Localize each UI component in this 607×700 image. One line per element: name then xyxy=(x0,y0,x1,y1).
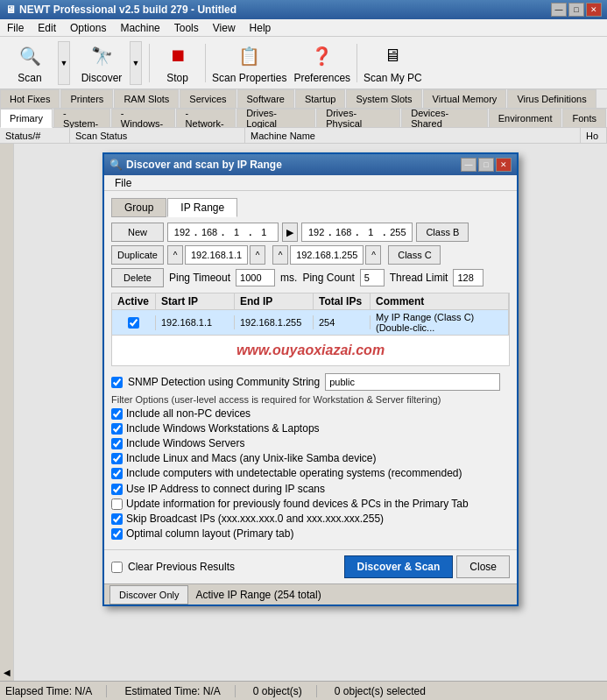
scan-my-pc-icon: 🖥 xyxy=(378,42,406,70)
tab-services[interactable]: Services xyxy=(180,89,236,108)
start-ip-field[interactable]: . . . xyxy=(167,223,279,242)
discover-scan-button[interactable]: Discover & Scan xyxy=(344,555,454,578)
menu-edit[interactable]: Edit xyxy=(31,20,63,36)
end-ip-oct1[interactable] xyxy=(306,227,327,237)
table-area: 🔍 Discover and scan by IP Range — □ ✕ xyxy=(14,144,607,681)
ip-nav-right[interactable]: ▶ xyxy=(282,223,298,242)
tab-printers[interactable]: Printers xyxy=(60,89,113,108)
class-b-button[interactable]: Class B xyxy=(416,223,469,242)
menu-file[interactable]: File xyxy=(0,20,31,36)
opt-use-ip-checkbox[interactable] xyxy=(111,484,123,495)
cell-start-ip: 192.168.1.1 xyxy=(156,315,235,329)
tab-startup[interactable]: Startup xyxy=(295,89,345,108)
prev-ip-up1[interactable]: ^ xyxy=(167,245,183,265)
dialog-minimize-btn[interactable]: — xyxy=(461,158,476,172)
dialog-menu-file[interactable]: File xyxy=(108,175,138,191)
tab-software[interactable]: Software xyxy=(237,89,294,108)
prev-ip-down1[interactable]: ^ xyxy=(250,245,265,265)
start-ip-oct4[interactable] xyxy=(253,227,274,237)
end-ip-oct4[interactable] xyxy=(387,227,408,237)
filter-undetectable-checkbox[interactable] xyxy=(111,468,123,479)
scan-arrow[interactable]: ▼ xyxy=(59,59,69,67)
preferences-button[interactable]: ❓ Preferences xyxy=(291,39,353,87)
filter-linux-checkbox[interactable] xyxy=(111,453,123,464)
prev-ip-down2[interactable]: ^ xyxy=(365,245,381,265)
tab-environment[interactable]: Environment xyxy=(489,109,562,127)
cell-total-ips: 254 xyxy=(314,315,371,329)
class-c-button[interactable]: Class C xyxy=(388,245,441,265)
tab-systemslots[interactable]: System Slots xyxy=(346,89,421,108)
filter-workstations-checkbox[interactable] xyxy=(111,423,123,435)
clear-checkbox[interactable] xyxy=(111,562,123,573)
snmp-label: SNMP Detection using Community String xyxy=(128,376,320,388)
scan-my-pc-button[interactable]: 🖥 Scan My PC xyxy=(361,39,425,87)
new-button[interactable]: New xyxy=(111,223,164,242)
tab-virtualmemory[interactable]: Virtual Memory xyxy=(423,89,507,108)
ip-table-row[interactable]: 192.168.1.1 192.168.1.255 254 My IP Rang… xyxy=(112,310,509,336)
cell-active[interactable] xyxy=(112,315,156,330)
dialog-close-btn[interactable]: ✕ xyxy=(496,158,512,172)
prev-ip-up2[interactable]: ^ xyxy=(272,245,288,265)
filter-undetectable: Include computers with undetectable oper… xyxy=(111,467,510,479)
status-bar: Elapsed Time: N/A Estimated Time: N/A 0 … xyxy=(0,681,607,700)
snmp-value-input[interactable] xyxy=(325,373,500,391)
menu-help[interactable]: Help xyxy=(243,20,279,36)
start-ip-oct1[interactable] xyxy=(172,227,193,237)
filter-servers-label: Include Windows Servers xyxy=(126,437,244,449)
minimize-button[interactable]: — xyxy=(551,3,567,17)
tab-network[interactable]: -Network- xyxy=(176,109,236,127)
thread-limit-input[interactable] xyxy=(453,269,483,286)
discover-only-button[interactable]: Discover Only xyxy=(109,585,188,605)
maximize-button[interactable]: □ xyxy=(568,3,584,17)
tab-virusdefs[interactable]: Virus Definitions xyxy=(507,89,596,108)
tab-system[interactable]: -System- xyxy=(53,109,110,127)
dialog-maximize-btn[interactable]: □ xyxy=(478,158,494,172)
filter-servers-checkbox[interactable] xyxy=(111,438,123,449)
ping-count-input[interactable] xyxy=(360,269,385,286)
end-ip-oct2[interactable] xyxy=(333,227,354,237)
start-ip-oct3[interactable] xyxy=(226,227,247,237)
tab-devices-shared[interactable]: Devices-Shared xyxy=(401,109,487,127)
discover-button[interactable]: 🔭 Discover xyxy=(75,39,128,87)
scan-props-button[interactable]: 📋 Scan Properties xyxy=(209,39,289,87)
menu-tools[interactable]: Tools xyxy=(167,20,206,36)
opt-skip-broadcast-checkbox[interactable] xyxy=(111,513,123,525)
menu-machine[interactable]: Machine xyxy=(113,20,166,36)
preferences-label: Preferences xyxy=(293,72,350,84)
dialog-content: Group IP Range New . . xyxy=(104,191,517,549)
start-ip-oct2[interactable] xyxy=(199,227,220,237)
scan-button[interactable]: 🔍 Scan xyxy=(4,39,56,87)
left-arrow[interactable]: ◀ xyxy=(4,668,11,677)
ip-table: Active Start IP End IP Total IPs Comment xyxy=(111,293,510,366)
opt-use-ip: Use IP Address to connect during IP scan… xyxy=(111,483,510,495)
row-checkbox[interactable] xyxy=(128,317,139,329)
duplicate-button[interactable]: Duplicate xyxy=(111,245,164,265)
close-dialog-button[interactable]: Close xyxy=(456,555,510,578)
dialog-tab-group[interactable]: Group xyxy=(111,198,166,217)
tab-windows[interactable]: -Windows- xyxy=(111,109,175,127)
title-bar-controls: — □ ✕ xyxy=(551,3,602,17)
end-ip-field[interactable]: . . . xyxy=(301,223,413,242)
dialog-tab-iprange[interactable]: IP Range xyxy=(167,198,237,217)
tab-ramslots[interactable]: RAM Slots xyxy=(114,89,179,108)
menu-view[interactable]: View xyxy=(206,20,243,36)
ping-timeout-input[interactable] xyxy=(236,269,275,286)
filter-nonpc-checkbox[interactable] xyxy=(111,408,123,420)
tab-primary[interactable]: Primary xyxy=(0,109,53,128)
end-ip-oct3[interactable] xyxy=(360,227,381,237)
stop-button[interactable]: ⏹ Stop xyxy=(153,39,201,87)
filter-servers: Include Windows Servers xyxy=(111,437,510,449)
tab-hotfixes[interactable]: Hot Fixes xyxy=(0,89,60,108)
close-button[interactable]: ✕ xyxy=(586,3,602,17)
opt-update-checkbox[interactable] xyxy=(111,498,123,510)
tab-drives-logical[interactable]: Drives-Logical xyxy=(236,109,315,127)
tab-drives-physical[interactable]: Drives-Physical xyxy=(316,109,400,127)
col-ho: Ho xyxy=(581,128,607,143)
discover-arrow[interactable]: ▼ xyxy=(131,59,141,67)
tab-fonts[interactable]: Fonts xyxy=(562,109,606,127)
estimated-time: Estimated Time: N/A xyxy=(124,685,235,697)
delete-button[interactable]: Delete xyxy=(111,268,164,287)
menu-options[interactable]: Options xyxy=(63,20,113,36)
opt-optimal-checkbox[interactable] xyxy=(111,528,123,540)
snmp-checkbox[interactable] xyxy=(111,377,123,388)
